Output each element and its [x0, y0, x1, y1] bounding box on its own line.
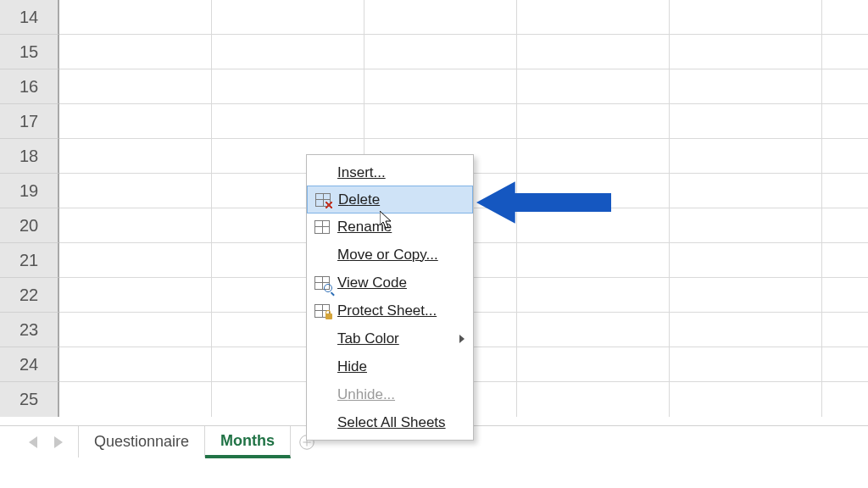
row-header[interactable]: 19	[0, 174, 59, 208]
view-code-icon	[307, 269, 337, 297]
menu-item-rename[interactable]: Rename	[307, 213, 473, 241]
row-header[interactable]: 15	[0, 35, 59, 69]
cell[interactable]	[670, 208, 822, 243]
svg-marker-3	[476, 181, 611, 224]
cell[interactable]	[59, 35, 212, 69]
protect-sheet-icon	[307, 297, 337, 324]
cell[interactable]	[822, 35, 868, 69]
row-16[interactable]: 16	[0, 69, 868, 104]
row-14[interactable]: 14	[0, 0, 868, 35]
menu-label: View Code	[337, 274, 473, 291]
cell[interactable]	[59, 243, 212, 278]
row-header[interactable]: 14	[0, 0, 59, 35]
menu-label: Rename	[337, 219, 473, 236]
cell[interactable]	[517, 243, 670, 278]
cell[interactable]	[822, 174, 868, 208]
cell[interactable]	[670, 313, 822, 347]
prev-sheet-icon[interactable]	[29, 436, 37, 448]
cell[interactable]	[59, 347, 212, 382]
cell[interactable]	[670, 69, 822, 104]
cell[interactable]	[212, 69, 364, 104]
cell[interactable]	[517, 347, 670, 382]
cell[interactable]	[59, 313, 212, 347]
menu-label: Tab Color	[337, 330, 473, 347]
rename-sheet-icon	[307, 213, 337, 241]
cell[interactable]	[59, 0, 212, 35]
cell[interactable]	[517, 35, 670, 69]
cell[interactable]	[670, 0, 822, 35]
cell[interactable]	[822, 0, 868, 35]
cell[interactable]	[517, 278, 670, 313]
cell[interactable]	[517, 69, 670, 104]
cell[interactable]	[517, 0, 670, 35]
cell[interactable]	[59, 208, 212, 243]
cell[interactable]	[59, 139, 212, 174]
row-header[interactable]: 24	[0, 347, 59, 382]
row-15[interactable]: 15	[0, 35, 868, 69]
cell[interactable]	[212, 104, 364, 139]
row-header[interactable]: 23	[0, 313, 59, 347]
cell[interactable]	[822, 243, 868, 278]
cell[interactable]	[670, 104, 822, 139]
menu-item-view-code[interactable]: View Code	[307, 269, 473, 297]
menu-item-select-all-sheets[interactable]: Select All Sheets	[307, 408, 473, 436]
cell[interactable]	[822, 278, 868, 313]
cell[interactable]	[822, 139, 868, 174]
menu-icon-blank	[307, 380, 337, 408]
cell[interactable]	[364, 104, 517, 139]
cell[interactable]	[670, 278, 822, 313]
sheet-tab-questionnaire[interactable]: Questionnaire	[78, 426, 205, 458]
row-header[interactable]: 25	[0, 382, 59, 417]
row-header[interactable]: 20	[0, 208, 59, 243]
menu-item-insert[interactable]: Insert...	[307, 158, 473, 186]
menu-item-protect-sheet[interactable]: Protect Sheet...	[307, 297, 473, 324]
menu-item-unhide: Unhide...	[307, 380, 473, 408]
cell[interactable]	[822, 104, 868, 139]
menu-label: Insert...	[337, 164, 473, 181]
row-header[interactable]: 16	[0, 69, 59, 104]
cell[interactable]	[59, 69, 212, 104]
menu-label: Select All Sheets	[337, 414, 473, 431]
cell[interactable]	[822, 382, 868, 417]
cell[interactable]	[364, 35, 517, 69]
menu-item-tab-color[interactable]: Tab Color	[307, 324, 473, 352]
next-sheet-icon[interactable]	[54, 436, 63, 448]
cell[interactable]	[212, 35, 364, 69]
menu-label: Move or Copy...	[337, 247, 473, 263]
cell[interactable]	[364, 0, 517, 35]
delete-sheet-icon	[308, 186, 338, 213]
cell[interactable]	[59, 382, 212, 417]
menu-label: Hide	[337, 358, 473, 375]
cell[interactable]	[59, 104, 212, 139]
row-header[interactable]: 22	[0, 278, 59, 313]
row-17[interactable]: 17	[0, 104, 868, 139]
sheet-tab-months[interactable]: Months	[205, 426, 291, 458]
row-header[interactable]: 17	[0, 104, 59, 139]
row-header[interactable]: 21	[0, 243, 59, 278]
cell[interactable]	[670, 243, 822, 278]
menu-item-hide[interactable]: Hide	[307, 352, 473, 380]
cell[interactable]	[822, 208, 868, 243]
cell[interactable]	[364, 69, 517, 104]
cell[interactable]	[517, 139, 670, 174]
cell[interactable]	[670, 174, 822, 208]
menu-item-move-or-copy[interactable]: Move or Copy...	[307, 241, 473, 269]
cell[interactable]	[517, 104, 670, 139]
cell[interactable]	[670, 139, 822, 174]
menu-item-delete[interactable]: Delete	[307, 186, 473, 214]
row-header[interactable]: 18	[0, 139, 59, 174]
cell[interactable]	[59, 278, 212, 313]
menu-icon-blank	[307, 324, 337, 352]
cell[interactable]	[670, 382, 822, 417]
cell[interactable]	[517, 382, 670, 417]
cell[interactable]	[517, 313, 670, 347]
cell[interactable]	[670, 347, 822, 382]
cell[interactable]	[212, 0, 364, 35]
cell[interactable]	[670, 35, 822, 69]
cell[interactable]	[59, 174, 212, 208]
cell[interactable]	[822, 313, 868, 347]
menu-icon-blank	[307, 408, 337, 436]
tab-nav-group	[0, 426, 78, 458]
cell[interactable]	[822, 347, 868, 382]
cell[interactable]	[822, 69, 868, 104]
